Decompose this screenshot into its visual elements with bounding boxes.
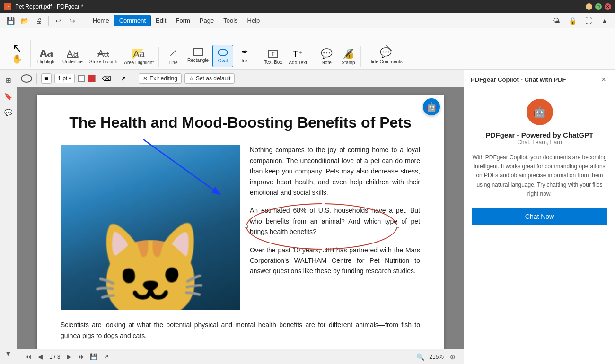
panel-close-button[interactable]: ✕ [599, 75, 608, 84]
prev-page-button[interactable]: ◀ [35, 352, 45, 362]
stamp-icon: 🔏 [343, 48, 354, 59]
nav-left-controls: ⏮ ◀ 1 / 3 ▶ ⏭ 💾 ↗ [23, 352, 111, 362]
ink-icon: ✒ [241, 47, 248, 57]
oval-label: Oval [218, 58, 228, 63]
add-text-icon: T⁺ [293, 49, 303, 59]
stroke-width-selector[interactable]: 1 pt ▾ [54, 74, 75, 83]
oval-tool-button[interactable]: Oval [212, 45, 233, 67]
close-button[interactable]: ✕ [605, 3, 611, 10]
add-text-tool-button[interactable]: T⁺ Add Text [286, 47, 310, 67]
area-highlight-tool-button[interactable]: Aa Area Highlight [121, 47, 157, 67]
zoom-out-button[interactable]: 🔍 [415, 352, 425, 362]
fullscreen-button[interactable]: ⛶ [582, 14, 595, 27]
exit-editing-button[interactable]: ✕ Exit editing [139, 73, 182, 84]
handle-bottom[interactable] [322, 248, 325, 251]
underline-label: Underline [62, 59, 83, 64]
strikethrough-tool-button[interactable]: Aa Strikethrough [87, 47, 120, 67]
copilot-float-button[interactable]: 🤖 [423, 98, 440, 115]
ribbon-group-drawing: ─ Line Rectangle Oval ✒ Ink [161, 45, 257, 67]
cat-emoji: 🐱 [91, 230, 210, 310]
print-button[interactable]: 🖨 [32, 14, 45, 27]
area-highlight-icon: Aa [132, 49, 145, 59]
share-button[interactable]: ↗ [101, 352, 111, 362]
chat-now-button[interactable]: Chat Now [472, 208, 607, 225]
last-page-button[interactable]: ⏭ [76, 352, 87, 362]
arrow-tool-button[interactable]: ↗ [117, 73, 130, 84]
maximize-button[interactable]: □ [595, 3, 602, 10]
pdf-viewer[interactable]: ≡ 1 pt ▾ ⌫ ↗ ✕ Exit editing ☆ Set as def… [17, 70, 464, 364]
rectangle-label: Rectangle [187, 58, 209, 63]
paragraph-1: Nothing compares to the joy of coming ho… [250, 145, 420, 198]
menu-item-comment[interactable]: Comment [114, 15, 151, 26]
minimize-button[interactable]: ─ [586, 3, 592, 10]
zoom-in-button[interactable]: ⊕ [448, 352, 458, 362]
brand-logo: 🤖 [527, 99, 553, 125]
fill-color-swatch[interactable] [88, 75, 96, 82]
lock-button[interactable]: 🔒 [566, 14, 579, 27]
hide-comments-icon: 💬 [380, 48, 392, 57]
select-tool-button[interactable]: ↖ ✋ [6, 40, 28, 67]
next-page-button[interactable]: ▶ [64, 352, 74, 362]
collapse-ribbon-button[interactable]: ▲ [598, 14, 611, 27]
panel-header: PDFgear Copilot - Chat with PDF ✕ [464, 70, 615, 89]
open-button[interactable]: 📂 [18, 14, 31, 27]
brand-icon: 🤖 [533, 106, 546, 118]
first-page-button[interactable]: ⏮ [23, 352, 33, 362]
bookmark-view-button[interactable]: 🔖 [2, 90, 15, 103]
menu-bar: 💾 📂 🖨 ↩ ↪ Home Comment Edit Form Page To… [0, 13, 615, 28]
set-default-label: Set as default [196, 75, 230, 82]
ribbon-group-hide: 💬 Hide Comments [363, 45, 408, 67]
menu-item-tools[interactable]: Tools [219, 15, 242, 26]
cat-image: 🐱 [61, 145, 240, 310]
comment-view-button[interactable]: 💬 [2, 106, 15, 119]
stamp-tool-button[interactable]: 🔏 Stamp [338, 46, 359, 67]
rectangle-tool-button[interactable]: Rectangle [184, 45, 211, 67]
handle-top[interactable] [322, 202, 325, 205]
highlight-icon: 𝗔𝗮 [40, 49, 53, 58]
panel-body: 🤖 PDFgear - Powered by ChatGPT Chat, Lea… [464, 89, 615, 364]
scroll-down-button[interactable]: ▼ [2, 347, 15, 360]
underline-tool-button[interactable]: Aa Underline [60, 47, 86, 67]
line-label: Line [169, 60, 178, 65]
robot-icon: 🤖 [426, 102, 437, 112]
note-tool-button[interactable]: 💬 Note [316, 46, 337, 67]
eraser-tool-button[interactable]: ⌫ [98, 73, 114, 84]
menu-item-edit[interactable]: Edit [151, 15, 171, 26]
menu-item-page[interactable]: Page [195, 15, 219, 26]
ink-tool-button[interactable]: ✒ Ink [234, 45, 255, 67]
ribbon-group-highlight: 𝗔𝗮 Highlight Aa Underline Aa Strikethrou… [33, 47, 159, 67]
menu-item-help[interactable]: Help [243, 15, 265, 26]
stroke-style-button[interactable]: ≡ [41, 73, 52, 84]
paragraph-3: Over the past 10 years, NIH has partnere… [250, 245, 420, 277]
highlight-tool-button[interactable]: 𝗔𝗮 Highlight [35, 47, 59, 67]
ribbon: ↖ ✋ 𝗔𝗮 Highlight Aa Underline Aa Striket… [0, 28, 615, 70]
line-icon: ─ [166, 46, 180, 60]
hide-comments-label: Hide Comments [369, 59, 403, 64]
note-icon: 💬 [321, 48, 333, 59]
ribbon-group-text: T Text Box T⁺ Add Text [259, 47, 312, 67]
hide-comments-button[interactable]: 💬 Hide Comments [365, 45, 406, 67]
left-sidebar: ⊞ 🔖 💬 ▼ [0, 70, 17, 364]
handle-right[interactable] [396, 225, 399, 228]
line-tool-button[interactable]: ─ Line [163, 45, 184, 67]
save-button[interactable]: 💾 [4, 14, 17, 27]
undo-button[interactable]: ↩ [52, 14, 65, 27]
stroke-line-icon: ≡ [44, 75, 48, 82]
panel-title: PDFgear Copilot - Chat with PDF [471, 76, 566, 83]
text-column: Nothing compares to the joy of coming ho… [250, 145, 420, 310]
menu-item-form[interactable]: Form [171, 15, 194, 26]
ellipse-shape-button[interactable] [21, 74, 32, 83]
theme-button[interactable]: 🌤 [550, 14, 563, 27]
pdf-page: The Health and Mood-Boosting Benefits of… [37, 95, 444, 364]
text-box-tool-button[interactable]: T Text Box [261, 47, 285, 67]
set-default-button[interactable]: ☆ Set as default [184, 73, 235, 84]
ribbon-group-select: ↖ ✋ [4, 40, 31, 67]
ribbon-group-note: 💬 Note 🔏 Stamp [314, 46, 361, 67]
menu-item-home[interactable]: Home [88, 15, 114, 26]
strikethrough-icon: Aa [97, 49, 109, 58]
download-button[interactable]: 💾 [88, 352, 99, 362]
redo-button[interactable]: ↪ [66, 14, 79, 27]
thumbnail-view-button[interactable]: ⊞ [2, 74, 15, 87]
border-color-swatch[interactable] [78, 75, 85, 82]
handle-left[interactable] [245, 225, 248, 228]
